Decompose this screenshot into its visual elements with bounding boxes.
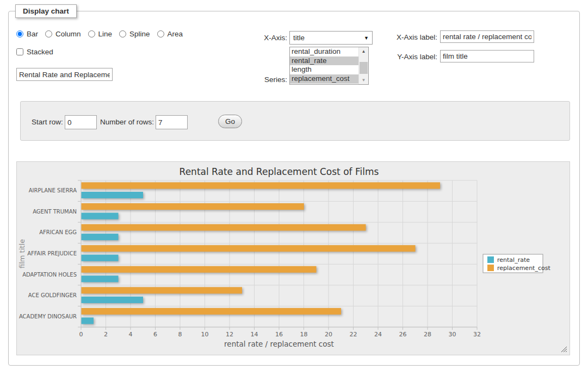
x-tick-label: 4 <box>129 331 133 338</box>
number-of-rows-label: Number of rows: <box>100 118 154 126</box>
bar-radio[interactable] <box>16 30 23 37</box>
stacked-checkbox[interactable] <box>16 48 23 55</box>
radio-option-area: Area <box>157 30 183 38</box>
stacked-label: Stacked <box>27 48 53 56</box>
category-label: AGENT TRUMAN <box>33 209 77 215</box>
bar-radio-label: Bar <box>27 30 38 38</box>
x-tick-label: 6 <box>153 331 157 338</box>
bar-rental_rate[interactable] <box>82 192 144 198</box>
fieldset-legend: Display chart <box>15 4 77 18</box>
x-tick-label: 24 <box>374 331 382 338</box>
listbox-scrollbar[interactable]: ▲ ▼ <box>358 47 368 84</box>
y-axis-label-label: Y-Axis label: <box>393 53 437 61</box>
x-tick-label: 10 <box>201 331 209 338</box>
series-option-length[interactable]: length <box>290 65 359 74</box>
radio-option-bar: Bar <box>16 30 38 38</box>
x-tick-label: 30 <box>449 331 456 338</box>
radio-option-line: Line <box>88 30 113 38</box>
category-label: ADAPTATION HOLES <box>22 272 77 278</box>
x-axis-selected-value: title <box>293 34 305 42</box>
x-axis-label-input[interactable] <box>440 30 534 43</box>
start-row-label: Start row: <box>32 118 63 126</box>
resize-handle-icon[interactable] <box>561 347 567 352</box>
spline-radio[interactable] <box>119 30 126 37</box>
y-axis-title: film title <box>18 239 26 268</box>
x-tick-label: 0 <box>79 331 83 338</box>
chart-type-radio-group: Bar Column Line Spline Area <box>16 30 188 38</box>
bar-rental_rate[interactable] <box>82 255 119 261</box>
category-label: AIRPLANE SIERRA <box>29 187 77 193</box>
chart-legend: rental_ratereplacement_cost <box>483 254 550 273</box>
column-radio-label: Column <box>55 30 81 38</box>
bar-replacement_cost[interactable] <box>82 203 304 210</box>
area-radio-label: Area <box>168 30 183 38</box>
bar-rental_rate[interactable] <box>82 297 144 303</box>
bar-replacement_cost[interactable] <box>82 308 342 315</box>
bar-replacement_cost[interactable] <box>82 287 243 293</box>
svg-text:rental_rate: rental_rate <box>497 256 530 264</box>
x-tick-label: 16 <box>275 331 283 338</box>
x-axis-select[interactable]: title ▼ <box>289 31 373 45</box>
x-axis-label-label: X-Axis label: <box>393 33 437 41</box>
bar-rental_rate[interactable] <box>82 234 119 240</box>
x-tick-label: 20 <box>325 331 332 338</box>
legend-item-replacement_cost[interactable]: replacement_cost <box>487 265 550 272</box>
radio-option-spline: Spline <box>119 30 150 38</box>
x-tick-label: 2 <box>104 331 108 338</box>
spline-radio-label: Spline <box>129 30 150 38</box>
series-listbox: rental_duration rental_rate length repla… <box>289 47 369 85</box>
area-radio[interactable] <box>157 30 164 37</box>
scroll-down-icon[interactable]: ▼ <box>359 76 368 84</box>
legend-swatch-icon <box>487 256 494 263</box>
category-label: ACE GOLDFINGER <box>28 292 77 298</box>
series-select-label: Series: <box>247 76 287 84</box>
bar-replacement_cost[interactable] <box>82 266 317 273</box>
x-tick-label: 22 <box>350 331 357 338</box>
column-radio[interactable] <box>45 30 52 37</box>
x-tick-label: 32 <box>473 331 481 338</box>
x-axis-select-label: X-Axis: <box>247 34 287 42</box>
start-row-input[interactable] <box>65 115 97 129</box>
y-axis-label-input[interactable] <box>440 50 534 62</box>
x-axis-title: rental rate / replacement cost <box>224 340 334 348</box>
legend-item-rental_rate[interactable]: rental_rate <box>487 256 530 264</box>
bar-rental_rate[interactable] <box>82 275 119 282</box>
radio-option-column: Column <box>45 30 81 38</box>
scroll-up-icon[interactable]: ▲ <box>359 47 368 55</box>
category-label: AFFAIR PREJUDICE <box>27 250 77 256</box>
bar-replacement_cost[interactable] <box>82 245 416 252</box>
chart-panel: 02468101214161820222426283032AIRPLANE SI… <box>16 161 570 355</box>
series-option-replacement-cost[interactable]: replacement_cost <box>290 74 359 84</box>
x-tick-label: 14 <box>251 331 258 338</box>
number-of-rows-input[interactable] <box>156 115 188 129</box>
stacked-option: Stacked <box>16 48 53 56</box>
category-label: AFRICAN EGG <box>39 229 77 235</box>
series-option-rental-rate[interactable]: rental_rate <box>290 57 359 66</box>
x-tick-label: 26 <box>399 331 407 338</box>
category-label: ACADEMY DINOSAUR <box>19 313 77 319</box>
bar-replacement_cost[interactable] <box>82 183 441 189</box>
svg-text:replacement_cost: replacement_cost <box>497 265 550 272</box>
legend-swatch-icon <box>487 265 494 271</box>
series-option-rental-duration[interactable]: rental_duration <box>290 47 359 57</box>
chart-title: Rental Rate and Replacement Cost of Film… <box>180 166 379 177</box>
line-radio-label: Line <box>98 30 113 38</box>
row-range-panel: Start row: Number of rows: Go <box>20 101 570 141</box>
x-tick-label: 28 <box>424 331 431 338</box>
x-tick-label: 12 <box>226 331 233 338</box>
chart-title-input[interactable] <box>16 68 113 81</box>
page: Display chart Bar Column Line Spline Are… <box>0 0 588 370</box>
bar-rental_rate[interactable] <box>82 317 94 324</box>
line-radio[interactable] <box>88 30 95 37</box>
x-tick-label: 8 <box>178 331 182 338</box>
bar-replacement_cost[interactable] <box>82 224 366 231</box>
scrollbar-thumb[interactable] <box>360 62 368 74</box>
bar-rental_rate[interactable] <box>82 213 119 220</box>
dropdown-arrow-icon: ▼ <box>364 35 369 41</box>
bar-chart-svg: 02468101214161820222426283032AIRPLANE SI… <box>17 162 570 355</box>
series-options: rental_duration rental_rate length repla… <box>290 47 359 84</box>
x-tick-label: 18 <box>300 331 308 338</box>
go-button[interactable]: Go <box>218 115 242 128</box>
